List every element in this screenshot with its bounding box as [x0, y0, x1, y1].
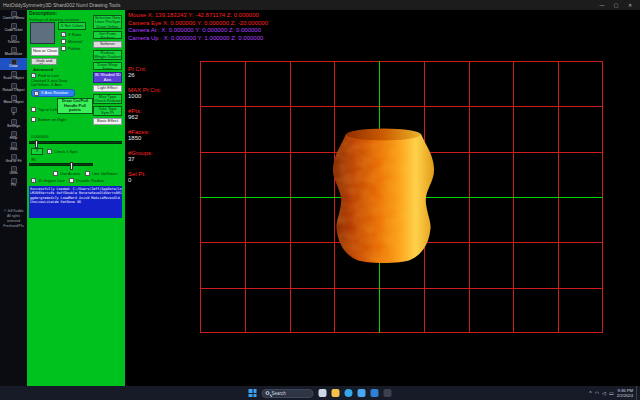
terminal-icon[interactable] [384, 389, 392, 397]
checkbox-label: Check it Spin [54, 149, 78, 154]
battery-icon[interactable]: ▭ [609, 391, 614, 396]
mini-x-button[interactable]: X [31, 148, 43, 155]
slider-knob[interactable] [35, 140, 38, 148]
checkbox-box [61, 46, 66, 51]
stat-value: 1000 [128, 93, 161, 99]
stat-value: 26 [128, 72, 161, 78]
tray-clock[interactable]: 9:36 PM 2/2/2024 [617, 388, 633, 399]
sidebar-item-13[interactable]: Units [0, 165, 27, 177]
sidebar-item-1[interactable]: CodeTicket [0, 22, 27, 34]
sidebar-item-3[interactable]: Materialize [0, 46, 27, 58]
minimize-button[interactable]: — [595, 0, 609, 10]
sidebar-item-0[interactable]: Control Menu [0, 10, 27, 22]
bottom-on-right-checkbox[interactable]: Bottom on Right [31, 117, 67, 122]
sidebar-footer: © Jeff Kuddo All rights reserved Freehan… [0, 207, 27, 230]
vase-3d-object[interactable] [327, 124, 440, 270]
taskbar-search[interactable]: Search [262, 389, 314, 398]
new-or-clean-button[interactable]: New or Clean [31, 47, 59, 56]
readout-line-3: Camera Up : X: 0.000000 Y: 1.000000 Z: 0… [128, 35, 268, 43]
top-or-left-checkbox[interactable]: Top or Left [31, 107, 57, 112]
panel-button-7[interactable]: Max Type Check Redraw [93, 94, 122, 104]
sidebar-item-7[interactable]: Move Object [0, 94, 27, 106]
checkbox-box [31, 178, 36, 183]
stat-value: 962 [128, 114, 161, 120]
sidebar-item-5[interactable]: Scale Object [0, 70, 27, 82]
panel-button-3[interactable]: Redraw Weight Darken [93, 50, 122, 60]
checkbox-box [31, 107, 36, 112]
panel-button-5[interactable]: 3D Shaded 3D Axis [93, 72, 122, 83]
secondary-slider[interactable] [29, 163, 93, 166]
edge-browser-icon[interactable] [345, 389, 353, 397]
close-button[interactable]: ✕ [623, 0, 637, 10]
color-swatch[interactable] [30, 22, 55, 44]
panel-button-1[interactable]: Get From Redraw [93, 31, 122, 39]
check-it-spin-checkbox[interactable]: Check it Spin [47, 149, 78, 154]
panel-button-9[interactable]: Basic Effect [93, 118, 122, 125]
grid-hline [200, 288, 603, 289]
sidebar-item-6[interactable]: Rotate Object [0, 82, 27, 94]
sidebar-item-12[interactable]: Grid or Fit [0, 153, 27, 165]
find-to-last-checkbox[interactable]: Find to Last [31, 73, 59, 78]
volume-icon[interactable]: ◁ [602, 391, 606, 396]
checkbox-label: Use Across [60, 171, 80, 176]
checkbox-box [61, 32, 66, 37]
panel-button-2[interactable]: Softener [93, 41, 122, 48]
taskbar: Search ^◠◁▭ 9:36 PM 2/2/2024 [0, 386, 640, 400]
variation-slider[interactable] [29, 141, 122, 144]
store-icon[interactable] [358, 389, 366, 397]
wifi-icon[interactable]: ◠ [595, 391, 599, 396]
panel-checkbox-1[interactable]: Material [61, 39, 82, 44]
description-label: Description: [29, 11, 57, 16]
checkbox-label: Find to Last [38, 73, 59, 78]
use-across-checkbox[interactable]: Use Across [53, 171, 80, 176]
stat-1: MAX Pt Cnt:1000 [128, 87, 161, 99]
set-colors-button[interactable]: X Set Colors [58, 22, 86, 30]
sidebar-item-8[interactable]: 4 [0, 106, 27, 118]
panel-button-0[interactable]: Selection New Lines Pts/Sym Draw Online [93, 15, 122, 29]
x-axis-rotation-toggle[interactable]: X Axis Rotation [31, 89, 75, 97]
sidebar-item-label: Rotate Object [0, 89, 27, 93]
sidebar-item-14[interactable]: Pts [0, 177, 27, 189]
sidebar-item-label: Control Menu [0, 17, 27, 21]
sidebar-item-2[interactable]: Texture [0, 34, 27, 46]
checkbox-box [53, 171, 58, 176]
sidebar-item-label: CodeTicket [0, 29, 27, 33]
stat-value: 37 [128, 156, 161, 162]
panel-button-6[interactable]: Light Effect [93, 85, 122, 92]
readout-line-2: Camera At : X: 0.000000 Y: 0.000000 Z: 0… [128, 27, 268, 35]
panel-checkbox-0[interactable]: X Ratio [61, 32, 81, 37]
deg45-line-checkbox[interactable]: 45 degree Line [31, 178, 65, 183]
panel-button-8[interactable]: Take Type Sym Pt [93, 106, 122, 116]
drawific-radius-checkbox[interactable]: Drawific Radius [69, 178, 104, 183]
draw-cnt-button[interactable]: Draw Cnt/Pull Handle Pull points [57, 98, 93, 114]
app-window-icon[interactable] [371, 389, 379, 397]
sidebar-item-10[interactable]: Help [0, 130, 27, 142]
file-explorer-icon[interactable] [332, 389, 340, 397]
checkbox-box [61, 39, 66, 44]
window-title: HotOddySymmetry3D Shard002 Numl Drawing … [3, 2, 120, 8]
tool-sidebar: Control MenuCodeTicketTextureMaterialize… [0, 10, 27, 386]
sidebar-item-4[interactable]: Draw [0, 58, 27, 70]
window-controls: — ▢ ✕ [595, 0, 637, 10]
grab-and-more-button[interactable]: Grab and More [31, 58, 57, 65]
slider-knob[interactable] [70, 162, 73, 170]
stat-2: #Pts:962 [128, 108, 161, 120]
checkbox-box [69, 178, 74, 183]
maximize-button[interactable]: ▢ [609, 0, 623, 10]
task-view-icon[interactable] [319, 389, 327, 397]
sidebar-item-11[interactable]: View [0, 141, 27, 153]
sidebar-item-9[interactable]: Settings [0, 118, 27, 130]
show-desktop-button[interactable] [636, 386, 638, 400]
line-up-down-checkbox[interactable]: Line Up/Down [85, 171, 117, 176]
grid-hline [200, 61, 603, 62]
console-line-3: ChoicesLikeLdm SetDone OK [30, 200, 121, 204]
console-box[interactable]: Successfully Loaded: C:/Users/Jeff/AppDa… [29, 186, 122, 218]
readouts: Mouse X: 139.183243 Y: -42.871174 Z: 0.0… [128, 12, 268, 42]
panel-button-4[interactable]: Draw Wrap Types [93, 62, 122, 70]
drawing-tools-panel: Description: Settings of drawing variati… [27, 10, 125, 386]
panel-checkbox-2[interactable]: Palette [61, 46, 80, 51]
start-button[interactable] [249, 389, 257, 397]
sidebar-item-label: 4 [0, 113, 27, 117]
checkbox-label: Palette [68, 46, 80, 51]
chevron-up-icon[interactable]: ^ [589, 391, 591, 396]
